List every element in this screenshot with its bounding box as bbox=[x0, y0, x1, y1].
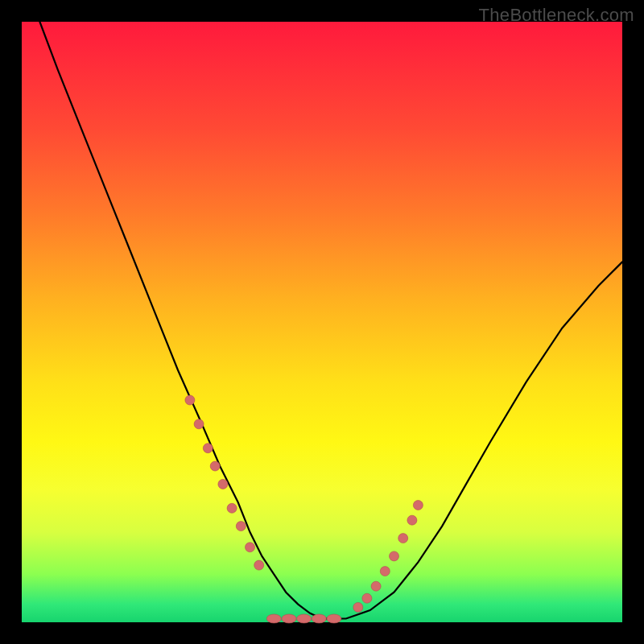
watermark-text: TheBottleneck.com bbox=[479, 5, 634, 26]
valley-bump bbox=[282, 614, 296, 623]
valley-bump bbox=[327, 614, 341, 623]
data-marker bbox=[227, 503, 237, 513]
data-marker bbox=[236, 522, 246, 531]
valley-bump bbox=[297, 614, 312, 623]
plot-area bbox=[22, 22, 622, 622]
chart-frame: TheBottleneck.com bbox=[0, 0, 644, 644]
right-branch-dots bbox=[353, 501, 423, 613]
data-marker bbox=[210, 461, 220, 471]
data-marker bbox=[362, 593, 372, 603]
left-branch-dots bbox=[185, 395, 264, 570]
data-marker bbox=[353, 602, 363, 612]
data-marker bbox=[413, 501, 423, 510]
valley-bump bbox=[266, 614, 281, 623]
data-marker bbox=[398, 534, 408, 543]
data-marker bbox=[254, 560, 264, 570]
valley-bump bbox=[312, 614, 326, 623]
data-marker bbox=[246, 543, 255, 552]
data-marker bbox=[194, 419, 204, 429]
data-marker bbox=[390, 551, 399, 561]
data-marker bbox=[218, 479, 228, 489]
valley-bumps bbox=[266, 614, 341, 623]
data-marker bbox=[371, 581, 381, 591]
data-marker bbox=[407, 515, 417, 525]
data-marker bbox=[380, 567, 390, 576]
data-marker bbox=[185, 395, 195, 405]
data-marker bbox=[203, 444, 213, 453]
chart-svg bbox=[22, 22, 622, 622]
bottleneck-curve bbox=[39, 22, 622, 619]
